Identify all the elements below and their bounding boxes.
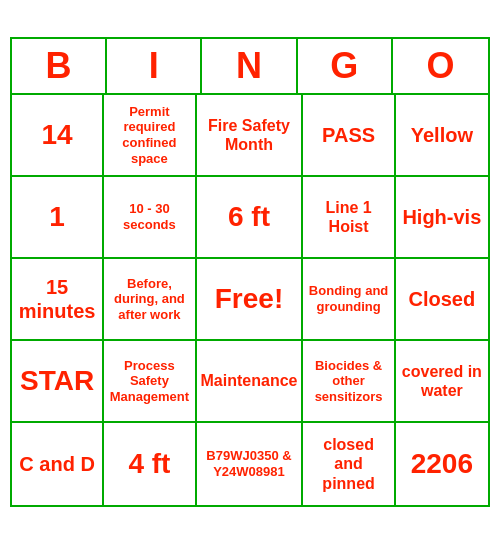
bingo-cell-12: Free!	[197, 259, 304, 341]
bingo-cell-24: 2206	[396, 423, 488, 505]
bingo-card: BINGO 14Permit required confined spaceFi…	[10, 37, 490, 507]
bingo-cell-18: Biocides & other sensitizors	[303, 341, 395, 423]
bingo-cell-10: 15 minutes	[12, 259, 104, 341]
bingo-cell-5: 1	[12, 177, 104, 259]
bingo-cell-14: Closed	[396, 259, 488, 341]
bingo-cell-22: B79WJ0350 & Y24W08981	[197, 423, 304, 505]
bingo-cell-3: PASS	[303, 95, 395, 177]
header-letter-b: B	[12, 39, 107, 93]
bingo-cell-23: closed and pinned	[303, 423, 395, 505]
bingo-cell-4: Yellow	[396, 95, 488, 177]
header-letter-i: I	[107, 39, 202, 93]
bingo-grid: 14Permit required confined spaceFire Saf…	[12, 95, 488, 505]
bingo-header: BINGO	[12, 39, 488, 95]
bingo-cell-17: Maintenance	[197, 341, 304, 423]
bingo-cell-6: 10 - 30 seconds	[104, 177, 196, 259]
bingo-cell-1: Permit required confined space	[104, 95, 196, 177]
bingo-cell-15: STAR	[12, 341, 104, 423]
bingo-cell-13: Bonding and grounding	[303, 259, 395, 341]
bingo-cell-16: Process Safety Management	[104, 341, 196, 423]
bingo-cell-19: covered in water	[396, 341, 488, 423]
bingo-cell-7: 6 ft	[197, 177, 304, 259]
bingo-cell-9: High-vis	[396, 177, 488, 259]
bingo-cell-21: 4 ft	[104, 423, 196, 505]
bingo-cell-2: Fire Safety Month	[197, 95, 304, 177]
bingo-cell-20: C and D	[12, 423, 104, 505]
bingo-cell-11: Before, during, and after work	[104, 259, 196, 341]
bingo-cell-8: Line 1 Hoist	[303, 177, 395, 259]
bingo-cell-0: 14	[12, 95, 104, 177]
header-letter-n: N	[202, 39, 297, 93]
header-letter-o: O	[393, 39, 488, 93]
header-letter-g: G	[298, 39, 393, 93]
